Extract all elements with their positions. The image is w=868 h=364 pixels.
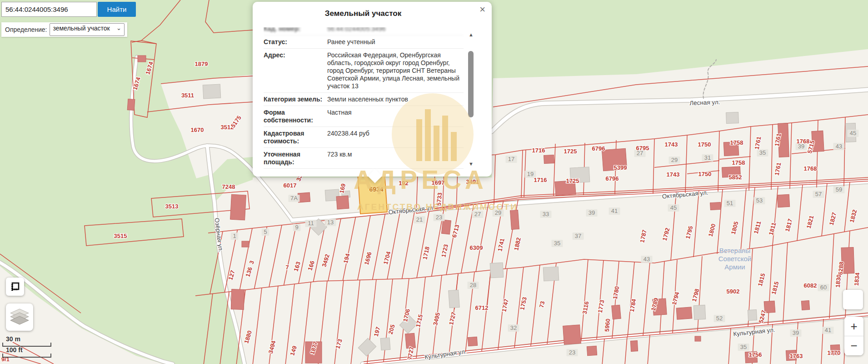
building: [405, 333, 416, 349]
building: [777, 194, 789, 207]
house-number: 5: [264, 228, 267, 235]
popup-row-label: Форма собственности:: [264, 109, 327, 124]
building: [710, 202, 721, 210]
building: [695, 336, 701, 341]
parcel-number: 3513: [165, 203, 179, 210]
popup-row: Статус:Ранее учтенный: [264, 35, 464, 49]
building: [676, 307, 692, 319]
parcel-number: 6288: [837, 262, 845, 275]
building: [801, 300, 809, 310]
search-button[interactable]: Найти: [98, 2, 136, 17]
house-number: 27: [474, 211, 481, 217]
popup-row: Кадастровая стоимость:240238.44 руб: [264, 127, 464, 148]
parcel-number: 1725: [564, 148, 577, 155]
house-number: 28: [470, 282, 476, 288]
parcel-number: 192: [399, 180, 409, 187]
house-number: 32: [510, 324, 517, 331]
popup-row-label: Категория земель:: [264, 96, 327, 103]
building: [441, 220, 451, 234]
popup-title: Земельный участок: [253, 9, 474, 18]
house-number: 19: [527, 171, 534, 177]
cadastral-map-app: 1879167416743511167035125175351335157248…: [0, 0, 868, 364]
parcel-number: 1670: [191, 126, 204, 133]
parcel-number: 7248: [222, 183, 235, 190]
parcel-number: 1716: [532, 147, 545, 154]
parcel-number: 6309: [470, 244, 483, 251]
zoom-out-button[interactable]: −: [844, 336, 863, 355]
parcel-number: 5852: [729, 174, 742, 181]
house-number: 21: [416, 216, 423, 223]
building: [693, 305, 706, 319]
building: [612, 305, 621, 319]
building: [563, 325, 581, 344]
popup-row: Уточненная площадь:723 кв.м: [264, 148, 464, 169]
parcel-number: 7: [285, 264, 289, 271]
parcel-info-popup: Земельный участок × Кад. номер:56:44:024…: [253, 2, 492, 177]
house-number: 41: [611, 207, 618, 214]
blank-map-button[interactable]: [843, 290, 863, 309]
popup-row-value: Ранее учтенный: [327, 38, 464, 46]
house-number: 59: [836, 186, 842, 193]
parcel-number: 1834: [853, 272, 861, 286]
ruler-square-icon: [10, 281, 20, 292]
parcel-number: 1768: [804, 165, 817, 172]
popup-row-value: Земли населенных пунктов: [327, 96, 464, 103]
parcel-number: 5902: [727, 288, 740, 295]
chevron-down-icon: ⌄: [116, 25, 121, 31]
scroll-up-icon[interactable]: ▲: [467, 32, 475, 37]
popup-row-value: 56:44:0244005:3496: [327, 27, 464, 33]
parcel-number: 1743: [665, 141, 678, 148]
house-number: 57: [815, 191, 822, 197]
selected-parcel-label: 6934: [369, 186, 383, 193]
building: [231, 289, 244, 310]
close-icon[interactable]: ×: [479, 5, 485, 15]
house-number: 51: [727, 200, 733, 207]
house-number: 33: [543, 211, 549, 217]
search-input[interactable]: 56:44:0244005:3496: [1, 2, 97, 17]
parcel-number: 1758: [730, 139, 743, 146]
parcel-number: 1725: [566, 177, 579, 184]
parcel-number: 1770: [828, 349, 841, 356]
parcel-number: 3515: [114, 233, 127, 239]
popup-row: Форма собственности:Частная: [264, 106, 464, 127]
building: [230, 194, 246, 220]
parcel-number: 1879: [195, 61, 208, 67]
popup-row-label: Статус:: [264, 38, 327, 46]
search-bar: 56:44:0244005:3496 Найти: [1, 2, 136, 17]
parcel-number: 1743: [667, 171, 680, 178]
house-number: 11: [308, 220, 314, 227]
building: [630, 341, 638, 352]
parcel-number: 1697: [432, 179, 445, 186]
zoom-in-button[interactable]: +: [844, 317, 863, 336]
scrollbar-thumb[interactable]: [468, 51, 474, 117]
parcel-number: 5399: [614, 164, 627, 171]
house-number: 29: [495, 209, 501, 216]
popup-row-value: 723 кв.м: [327, 151, 464, 166]
house-number: 17: [508, 156, 514, 162]
parcel-number: 3511: [181, 92, 194, 99]
house-number: 39: [589, 209, 595, 216]
lay ers-icon: [10, 308, 30, 326]
house-number: 31: [704, 154, 711, 161]
house-number: 43: [644, 256, 650, 263]
parcel-number: 1750: [698, 171, 712, 177]
popup-row-value: 240238.44 руб: [327, 130, 464, 145]
house-number: 1: [233, 233, 236, 239]
scroll-down-icon[interactable]: ▼: [467, 161, 475, 167]
building: [726, 112, 739, 124]
popup-scrollbar[interactable]: ▲ ▼: [467, 32, 475, 167]
popup-attribute-list: Кад. номер:56:44:0244005:3496Статус:Ране…: [264, 27, 464, 174]
building: [543, 267, 559, 281]
house-number: 37: [575, 233, 581, 239]
building: [449, 290, 460, 308]
definition-label: Определение:: [1, 26, 50, 33]
house-number: 52: [716, 315, 723, 322]
house-number: 29: [671, 157, 678, 163]
house-number: 13: [327, 219, 334, 226]
street-label: Лесная ул.: [689, 99, 720, 106]
definition-select[interactable]: земельный участок ⌄: [50, 23, 125, 36]
building: [490, 263, 504, 278]
measure-tool-button[interactable]: [6, 278, 24, 296]
parcel-number: 73: [538, 300, 546, 308]
layers-button[interactable]: [6, 303, 33, 331]
